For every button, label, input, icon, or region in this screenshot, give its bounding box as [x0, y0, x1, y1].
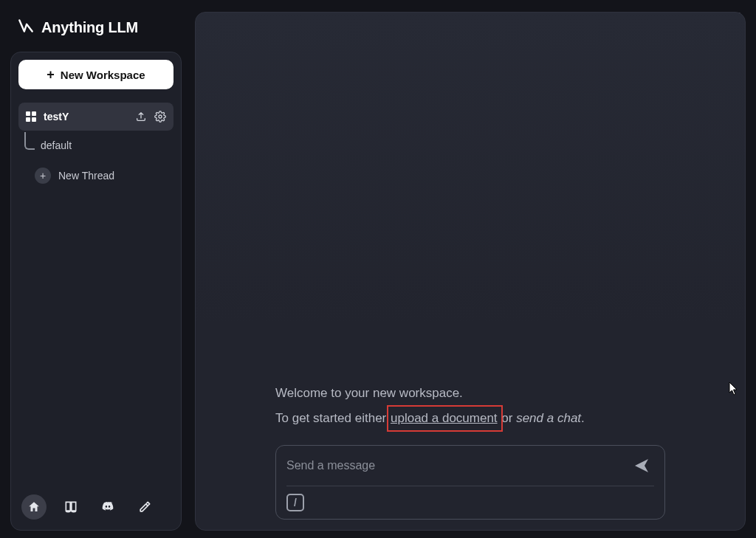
plus-icon: +	[47, 68, 55, 81]
composer-divider	[286, 486, 654, 486]
plus-icon: +	[35, 168, 51, 184]
get-started-mid: or	[498, 411, 517, 425]
upload-icon[interactable]	[135, 111, 147, 123]
thread-branch-line	[24, 132, 35, 150]
sidebar: + New Workspace testY	[10, 52, 182, 531]
anythingllm-logo	[16, 16, 35, 38]
docs-button[interactable]	[58, 494, 83, 520]
svg-point-0	[159, 115, 162, 118]
get-started-text: To get started either upload a document …	[275, 411, 665, 426]
thread-item-default[interactable]: default	[18, 132, 173, 156]
brand: Anything LLM	[10, 12, 182, 52]
gear-icon[interactable]	[154, 111, 166, 123]
message-composer: /	[275, 445, 665, 520]
brand-text: Anything LLM	[41, 19, 138, 36]
grid-icon	[26, 111, 36, 122]
slash-command-button[interactable]: /	[286, 494, 304, 511]
get-started-pre: To get started either	[275, 411, 390, 425]
new-workspace-label: New Workspace	[61, 69, 145, 81]
send-chat-text: send a chat	[516, 411, 581, 425]
thread-label: default	[41, 139, 72, 151]
discord-button[interactable]	[95, 494, 120, 520]
welcome-text: Welcome to your new workspace.	[275, 386, 665, 401]
message-input[interactable]	[286, 453, 622, 478]
send-button[interactable]	[629, 453, 654, 478]
home-button[interactable]	[21, 494, 47, 520]
new-thread-label: New Thread	[58, 170, 114, 182]
upload-document-link[interactable]: upload a document	[390, 410, 498, 427]
new-thread-button[interactable]: + New Thread	[18, 157, 173, 188]
settings-button[interactable]	[132, 494, 157, 520]
workspace-item-testy[interactable]: testY	[18, 103, 173, 131]
workspace-name: testY	[44, 111, 69, 123]
new-workspace-button[interactable]: + New Workspace	[18, 60, 173, 89]
chat-panel: Welcome to your new workspace. To get st…	[195, 12, 746, 531]
get-started-post: .	[581, 411, 585, 425]
